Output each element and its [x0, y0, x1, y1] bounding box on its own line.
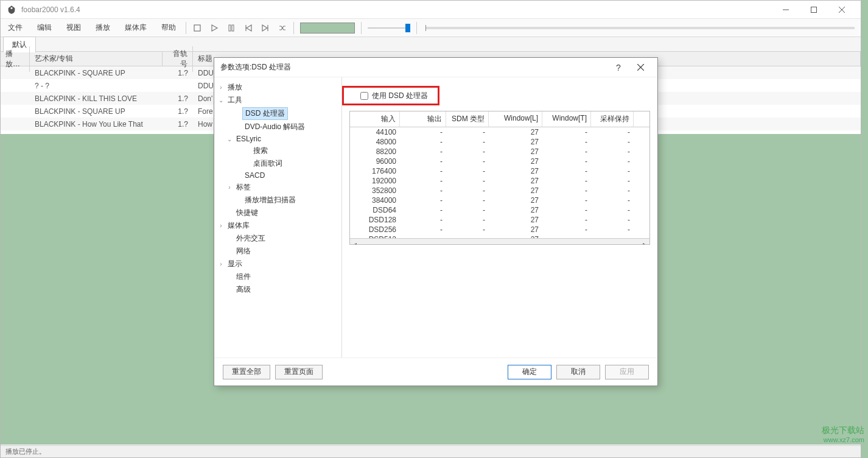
table-row[interactable]: 384000 - - 27 - -	[350, 196, 649, 205]
reset-page-button[interactable]: 重置页面	[275, 365, 323, 379]
stop-icon[interactable]	[189, 20, 205, 36]
next-icon[interactable]	[257, 20, 273, 36]
random-icon[interactable]	[275, 20, 290, 36]
cell-sh: -	[591, 205, 634, 215]
cell-output: -	[400, 215, 446, 225]
tree-shell[interactable]: 外壳交互	[217, 232, 339, 245]
use-dsd-checkbox[interactable]	[360, 92, 368, 100]
cell-wt: -	[542, 205, 591, 215]
menu-playback[interactable]: 播放	[88, 19, 117, 37]
cell-input: DSD64	[350, 205, 400, 215]
th-window-l[interactable]: Window[L]	[489, 111, 542, 127]
cell-sh: -	[591, 127, 634, 137]
help-button[interactable]: ?	[607, 59, 629, 76]
cell-sdm: -	[446, 137, 489, 147]
table-row[interactable]: 44100 - - 27 - -	[350, 127, 649, 137]
table-row[interactable]: 48000 - - 27 - -	[350, 137, 649, 147]
table-row[interactable]: 192000 - - 27 - -	[350, 176, 649, 186]
table-body[interactable]: 44100 - - 27 - -48000 - - 27	[350, 127, 649, 238]
table-row[interactable]: 88200 - - 27 - -	[350, 147, 649, 157]
menu-edit[interactable]: 编辑	[30, 19, 59, 37]
chevron-right-icon: ›	[217, 261, 225, 267]
col-playback[interactable]: 播放…	[1, 46, 30, 72]
use-dsd-checkbox-row: 使用 DSD 处理器	[360, 91, 650, 101]
tree-network[interactable]: 网络	[217, 245, 339, 258]
h-scrollbar[interactable]: ◂ ▸	[350, 238, 649, 245]
preferences-tree[interactable]: ›播放 ⌄工具 DSD 处理器 DVD-Audio 解码器 ⌄ESLyric 搜…	[214, 77, 342, 358]
menubar: 文件 编辑 视图 播放 媒体库 帮助	[1, 19, 861, 37]
th-sample-hold[interactable]: 采样保持	[591, 111, 634, 127]
tree-hotkey[interactable]: 快捷键	[217, 206, 339, 219]
menu-help[interactable]: 帮助	[154, 19, 183, 37]
close-button[interactable]	[828, 1, 856, 19]
ok-button[interactable]: 确定	[508, 365, 551, 379]
dialog-close-button[interactable]	[629, 59, 651, 76]
tree-playback[interactable]: ›播放	[217, 81, 339, 94]
tree-dsd-processor[interactable]: DSD 处理器	[217, 107, 339, 121]
seekbar-large[interactable]	[425, 27, 855, 29]
tree-dvd-audio[interactable]: DVD-Audio 解码器	[217, 121, 339, 133]
tree-sacd[interactable]: SACD	[217, 170, 339, 181]
cell-sh: -	[591, 196, 634, 205]
apply-button[interactable]: 应用	[605, 365, 649, 379]
table-row[interactable]: 176400 - - 27 - -	[350, 166, 649, 176]
table-row[interactable]: 96000 - - 27 - -	[350, 157, 649, 166]
cell-sdm: -	[446, 215, 489, 225]
th-window-t[interactable]: Window[T]	[542, 111, 591, 127]
prev-icon[interactable]	[240, 20, 256, 36]
tree-search[interactable]: 搜索	[217, 144, 339, 157]
tree-tag[interactable]: ›标签	[217, 181, 339, 194]
cell-input: 192000	[350, 176, 400, 186]
tree-library[interactable]: ›媒体库	[217, 219, 339, 232]
window-controls	[772, 1, 856, 19]
cell-sdm: -	[446, 186, 489, 196]
table-row[interactable]: DSD128 - - 27 - -	[350, 215, 649, 225]
table-row[interactable]: DSD256 - - 27 - -	[350, 225, 649, 234]
menu-library[interactable]: 媒体库	[117, 19, 154, 37]
cell-wt: -	[542, 166, 591, 176]
tree-advanced[interactable]: 高级	[217, 283, 339, 296]
table-row[interactable]: 352800 - - 27 - -	[350, 186, 649, 196]
playlist-tabs: 默认	[1, 37, 861, 52]
cell-sdm: -	[446, 166, 489, 176]
th-sdm[interactable]: SDM 类型	[446, 111, 489, 127]
volume-slider[interactable]	[368, 23, 410, 33]
cell-input: 48000	[350, 137, 400, 147]
seekbar-small[interactable]	[300, 23, 355, 33]
tree-replaygain-scan[interactable]: 播放增益扫描器	[217, 194, 339, 206]
tree-component[interactable]: 组件	[217, 270, 339, 283]
pause-icon[interactable]	[223, 20, 239, 36]
cell-sh: -	[591, 176, 634, 186]
toolbar-separator	[293, 22, 294, 34]
menu-file[interactable]: 文件	[1, 19, 30, 37]
play-icon[interactable]	[206, 20, 222, 36]
cell-sh: -	[591, 225, 634, 234]
cancel-button[interactable]: 取消	[556, 365, 600, 379]
cell-input: 352800	[350, 186, 400, 196]
th-output[interactable]: 输出	[400, 111, 446, 127]
cell-wl: 27	[489, 166, 542, 176]
cell-track: 1.?	[163, 68, 193, 79]
cell-wt: -	[542, 137, 591, 147]
tree-desktop-lyric[interactable]: 桌面歌词	[217, 157, 339, 170]
tree-tools[interactable]: ⌄工具	[217, 94, 339, 107]
scroll-left-icon[interactable]: ◂	[350, 239, 360, 245]
col-artist[interactable]: 艺术家/专辑	[30, 51, 163, 66]
cell-track: 1.?	[163, 93, 193, 104]
table-row[interactable]: DSD64 - - 27 - -	[350, 205, 649, 215]
scroll-right-icon[interactable]: ▸	[639, 239, 649, 245]
cell-sh: -	[591, 147, 634, 157]
tree-eslyric[interactable]: ⌄ESLyric	[217, 133, 339, 144]
tree-display[interactable]: ›显示	[217, 258, 339, 270]
maximize-button[interactable]	[800, 1, 828, 19]
cell-sh: -	[591, 137, 634, 147]
menu-view[interactable]: 视图	[59, 19, 88, 37]
minimize-button[interactable]	[772, 1, 800, 19]
th-input[interactable]: 输入	[350, 111, 400, 127]
cell-input: 176400	[350, 166, 400, 176]
svg-rect-6	[232, 25, 234, 31]
toolbar-separator	[416, 22, 417, 34]
reset-all-button[interactable]: 重置全部	[223, 365, 270, 379]
cell-wt: -	[542, 147, 591, 157]
chevron-right-icon: ›	[217, 84, 225, 91]
